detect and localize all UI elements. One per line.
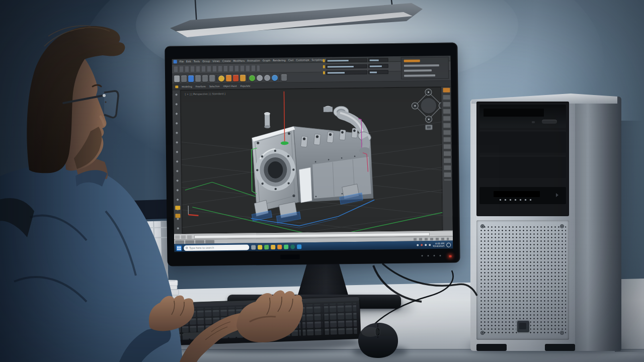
menu-item[interactable]: Edit [186,60,191,63]
render-sphere-blue-icon[interactable] [272,74,278,80]
tray-icon[interactable] [421,244,423,246]
material-red-icon[interactable] [233,75,238,81]
menu-item[interactable]: Graph [263,59,270,62]
right-toolbar[interactable] [441,87,452,231]
toolbar-separator [216,75,217,81]
menu-item[interactable]: Rendering [273,59,286,62]
menu-item[interactable]: Modifiers [233,59,245,62]
right-toolbar-orange-icon[interactable] [443,88,450,93]
cad-screen[interactable]: File Edit Tools Group Views Create Modif… [172,56,453,252]
menu-item[interactable]: Customize [296,58,309,61]
tower-foot [476,344,507,351]
tray-icon[interactable] [425,244,427,246]
tray-icon[interactable] [417,244,419,246]
material-orange-icon[interactable] [226,75,231,81]
taskbar-app-icon[interactable] [284,244,288,249]
viewport-label[interactable]: [ + ] [ Perspective ] [ Standard ] [185,92,225,96]
front-io-panel [479,187,566,204]
monitor-logo [280,254,299,259]
osd-button [421,255,423,256]
start-button[interactable] [176,245,182,251]
taskbar-app-icon[interactable] [264,245,269,249]
lock-icon[interactable] [323,59,325,62]
monitor: File Edit Tools Group Views Create Modif… [165,42,460,266]
active-tool-icon[interactable] [188,75,194,82]
taskbar-app-icon[interactable] [258,245,262,249]
lock-icon[interactable] [323,65,325,68]
active-mode-tag[interactable] [404,59,420,62]
value-field[interactable] [368,64,388,68]
value-field[interactable] [368,58,388,62]
status-toggles[interactable] [414,238,449,241]
setting-bar[interactable] [404,74,435,77]
right-toolbar-buttons[interactable] [443,95,451,180]
io-port-marks [500,199,535,201]
system-tray: 4:05 PM 9/14/2025 [417,242,451,248]
coordinate-field-x[interactable] [326,58,367,63]
screw [560,224,564,228]
ribbon-tab[interactable]: Modeling [182,85,192,88]
notification-icon[interactable] [446,242,451,247]
render-sphere-icon[interactable] [264,75,270,81]
utility-tool-icon[interactable] [281,74,287,81]
mesh-holes [479,225,566,335]
transform-type-in-panel [323,57,399,80]
ribbon-tab[interactable]: Freeform [196,85,206,88]
value-field[interactable] [368,70,388,74]
power-led [449,255,451,257]
taskbar-clock[interactable]: 4:05 PM 9/14/2025 [433,242,444,247]
gearbox-model[interactable] [250,106,375,229]
left-toolbar-amber-icon[interactable] [175,214,180,218]
select-arrow-icon[interactable] [174,75,180,82]
taskbar-app-icon[interactable] [297,244,301,249]
timeline-buttons[interactable] [175,235,192,239]
coordinate-field-z[interactable] [326,70,367,75]
app-logo-icon[interactable] [174,60,177,63]
setting-bar[interactable] [404,69,432,72]
search-icon [186,247,188,249]
menu-item[interactable]: Civil [288,58,294,61]
menu-item[interactable]: Tools [194,60,200,63]
lock-icon[interactable] [323,71,325,74]
menu-item[interactable]: File [180,60,184,63]
menu-item[interactable]: Create [222,59,231,62]
taskbar-app-icon[interactable] [251,245,256,249]
search-input[interactable]: Type here to search [184,244,249,251]
ribbon-tab[interactable]: Selection [209,85,220,87]
taskbar-app-icon[interactable] [277,244,282,249]
ribbon-tab[interactable]: Object Paint [223,85,237,87]
snap-toggle-icon[interactable] [249,75,255,81]
search-placeholder: Type here to search [189,246,214,249]
viewport-canvas[interactable] [181,87,443,234]
material-amber-icon[interactable] [240,75,246,81]
render-sphere-icon[interactable] [257,75,263,81]
workstation-photo: File Edit Tools Group Views Create Modif… [0,0,644,362]
left-toolbar-yellow-icon[interactable] [175,206,180,210]
osd-button [439,255,441,256]
screw [560,331,564,335]
viewport-3d[interactable]: [ + ] [ Perspective ] [ Standard ] [180,87,442,234]
menu-item[interactable]: Views [212,59,220,62]
optical-drive [479,105,566,128]
coordinate-field-y[interactable] [326,64,367,69]
osd-button [433,255,435,256]
rotate-tool-icon[interactable] [202,75,208,82]
setting-bar[interactable] [404,64,439,67]
menu-item[interactable]: Group [202,59,210,62]
quick-access-toolbar[interactable] [174,65,260,72]
tower-foot [545,344,575,351]
tower-side-panel [574,97,621,351]
scale-tool-icon[interactable] [209,75,215,81]
drive-bay-cover [479,131,566,153]
ribbon-tab[interactable]: Populate [240,84,251,87]
menu-item[interactable]: Scripting [311,58,323,61]
optical-drive-tray [484,109,544,117]
move-tool-icon[interactable] [195,75,201,82]
select-region-icon[interactable] [181,75,187,82]
taskbar-app-icon[interactable] [271,244,275,249]
menu-item[interactable]: Animation [247,59,260,62]
tray-icon[interactable] [429,244,431,246]
taskbar-app-icon[interactable] [290,244,295,249]
material-yellow-icon[interactable] [218,75,224,81]
card-reader-slot [494,191,540,197]
